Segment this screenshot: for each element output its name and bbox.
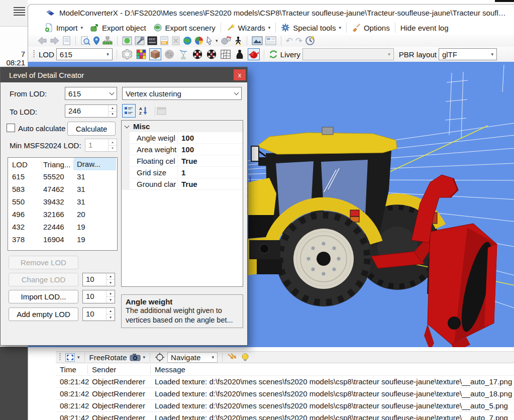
hierarchy-icon[interactable]: [102, 36, 113, 45]
menu-export-scenery[interactable]: Export scenery: [150, 22, 219, 34]
menu-wizards[interactable]: Wizards ▾: [223, 22, 274, 34]
col-drawcalls[interactable]: Draw...: [74, 158, 116, 170]
method-combobox[interactable]: Vertex clustering: [122, 87, 242, 100]
add-empty-lod-spinner[interactable]: 10 ▲▼: [82, 307, 115, 321]
lod-table[interactable]: LOD Triang... Draw... 6155552031 5834746…: [8, 157, 118, 251]
close-button[interactable]: x: [234, 69, 246, 80]
search-object-icon[interactable]: [80, 36, 90, 45]
vertex-cluster-icon[interactable]: [135, 48, 147, 60]
earth-icon[interactable]: [183, 36, 192, 45]
back-icon[interactable]: [37, 36, 47, 45]
replace-object-icon[interactable]: [221, 36, 232, 45]
menu-special-tools[interactable]: Special tools ▾: [277, 22, 345, 34]
spin-up-icon[interactable]: ▲: [109, 105, 117, 111]
import-lod-spinner[interactable]: 10 ▲▼: [82, 290, 115, 303]
from-lod-combobox[interactable]: 615: [65, 87, 117, 100]
lod-table-row[interactable]: 4963216620: [8, 208, 117, 221]
drawcall-0-icon[interactable]: 0: [191, 48, 203, 60]
spin-up-icon[interactable]: ▲: [107, 308, 115, 314]
change-lod-button[interactable]: Change LOD: [9, 273, 78, 286]
fit-view-icon[interactable]: [65, 353, 75, 362]
camera-icon[interactable]: [130, 353, 141, 361]
hamburger-menu-icon[interactable]: [14, 7, 25, 17]
livery-combobox[interactable]: ▾: [302, 48, 394, 60]
placement-pin-icon[interactable]: [93, 36, 100, 45]
drawcall-1-icon[interactable]: 1: [205, 48, 218, 60]
navigate-combobox[interactable]: Navigate ▾: [167, 352, 218, 363]
property-row[interactable]: Area weight100: [122, 144, 243, 155]
lod-table-row[interactable]: 4322244619: [8, 221, 117, 233]
sun-direction-icon[interactable]: [227, 353, 238, 362]
property-row[interactable]: Ground clarTrue: [122, 178, 243, 190]
texture-patches-icon[interactable]: [220, 48, 232, 60]
spin-down-icon[interactable]: ▼: [109, 111, 117, 118]
menu-hide-event-log[interactable]: Hide event log: [397, 22, 452, 34]
log-row[interactable]: 08:21:42 ObjectRenderer Loaded texture: …: [56, 399, 514, 411]
pbr-layout-combobox[interactable]: glTF ▾: [439, 48, 497, 60]
calculate-button[interactable]: Calculate: [67, 122, 116, 136]
property-category-misc[interactable]: Misc: [122, 121, 243, 132]
dropdown-arrow-icon[interactable]: ▾: [216, 39, 218, 43]
column-message[interactable]: Message: [151, 365, 185, 374]
property-row[interactable]: Floating celTrue: [122, 155, 243, 167]
dropdown-arrow-icon[interactable]: ▾: [339, 26, 341, 30]
crop-model-icon[interactable]: [177, 48, 189, 60]
log-row[interactable]: 08:21:42 ObjectRenderer Loaded texture: …: [56, 375, 514, 387]
untextured-view-icon[interactable]: [163, 48, 175, 60]
history-clock-icon[interactable]: [305, 36, 315, 46]
spin-up-icon[interactable]: ▲: [107, 290, 115, 296]
weight-icon[interactable]: [234, 48, 246, 60]
lod-combobox[interactable]: 615 ▾: [56, 48, 113, 60]
log-row[interactable]: 08:21:42 ObjectRenderer Loaded texture: …: [56, 387, 514, 399]
dropdown-arrow-icon[interactable]: ▾: [268, 26, 271, 30]
toolbar-grip[interactable]: [59, 353, 61, 361]
forward-icon[interactable]: [50, 36, 60, 45]
dropdown-arrow-icon[interactable]: ▾: [81, 26, 83, 30]
lightbulb-icon[interactable]: [241, 353, 250, 362]
add-empty-lod-button[interactable]: Add empty LOD: [9, 307, 78, 321]
event-log-icon[interactable]: [62, 36, 71, 45]
toolbar-grip[interactable]: [33, 50, 35, 58]
property-grid[interactable]: Misc Angle weigl100 Area weight100 Float…: [121, 120, 243, 287]
report-icon[interactable]: [265, 36, 276, 45]
dialog-titlebar[interactable]: Level of Detail Creator: [1, 67, 247, 82]
walk-figure-icon[interactable]: [234, 36, 242, 45]
spin-down-icon[interactable]: ▼: [107, 314, 115, 321]
col-lod[interactable]: LOD: [8, 160, 42, 170]
animation-editor-icon[interactable]: CCC: [147, 36, 157, 45]
column-sender[interactable]: Sender: [88, 365, 151, 374]
chevron-down-icon[interactable]: [125, 124, 130, 129]
refresh-livery-icon[interactable]: [268, 49, 278, 59]
log-row[interactable]: 08:21:42 ObjectRenderer Loaded texture: …: [56, 411, 514, 420]
menu-options[interactable]: Options: [348, 22, 393, 34]
dropdown-arrow-icon[interactable]: ▾: [77, 355, 80, 360]
window-titlebar[interactable]: ModelConverterX - D:\FS2020\Mes scenes\F…: [28, 5, 514, 21]
textured-view-icon[interactable]: [149, 48, 161, 60]
sort-alphabetical-icon[interactable]: AZ: [137, 104, 150, 118]
menu-export-object[interactable]: Export object: [86, 22, 150, 34]
lod-table-row[interactable]: 5834746231: [8, 183, 117, 195]
select-mode-icon[interactable]: [206, 36, 213, 45]
material-editor-icon[interactable]: [122, 36, 132, 45]
property-row[interactable]: Angle weigl100: [122, 132, 243, 144]
import-lod-button[interactable]: Import LOD...: [9, 290, 78, 303]
categorized-view-icon[interactable]: [122, 104, 136, 118]
change-lod-spinner[interactable]: 10 ▲▼: [82, 273, 115, 286]
spin-down-icon[interactable]: ▼: [107, 296, 115, 303]
dropdown-arrow-icon[interactable]: ▾: [143, 355, 146, 360]
spin-up-icon[interactable]: ▲: [107, 273, 115, 279]
lod-table-row[interactable]: 6155552031: [8, 170, 117, 183]
auto-calculate-checkbox[interactable]: [7, 124, 15, 132]
property-row[interactable]: Grid size1: [122, 167, 243, 178]
lod-table-row[interactable]: 3781690419: [8, 233, 117, 246]
col-triangles[interactable]: Triang...: [42, 160, 74, 170]
wireframe-view-icon[interactable]: [121, 48, 133, 60]
menu-import[interactable]: Import ▾: [41, 22, 86, 34]
to-lod-spinner[interactable]: 246 ▲▼: [65, 104, 117, 118]
background-image-icon[interactable]: [252, 36, 263, 45]
spin-down-icon[interactable]: ▼: [107, 279, 115, 286]
lod-table-row[interactable]: 5503943231: [8, 195, 117, 208]
remove-lod-button[interactable]: Remove LOD: [9, 256, 78, 269]
teapot-render-icon[interactable]: [248, 48, 260, 60]
xml-file-icon[interactable]: XML: [160, 36, 169, 45]
